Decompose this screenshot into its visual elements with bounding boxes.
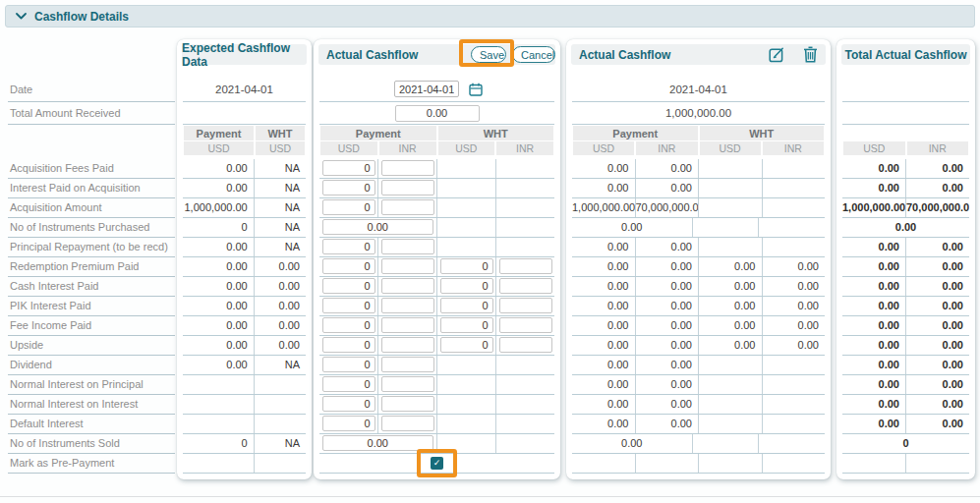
value-cell: 0.00 — [255, 277, 306, 296]
value-cell — [763, 198, 826, 217]
cashflow-value-input[interactable] — [381, 376, 434, 392]
cashflow-value-input[interactable] — [322, 160, 375, 176]
cashflow-value-input[interactable] — [440, 278, 493, 294]
value-cell: 0.00 — [572, 375, 636, 394]
cashflow-value-input[interactable] — [322, 219, 434, 235]
row-label: No of Instruments Sold — [8, 434, 175, 454]
cashflow-value-input[interactable] — [381, 416, 434, 431]
cashflow-value-input[interactable] — [322, 180, 375, 196]
panel-title-text: Expected Cashflow Data — [182, 41, 307, 69]
save-button[interactable]: Save — [471, 46, 506, 63]
input-cell — [437, 257, 496, 276]
value-cell — [699, 454, 763, 473]
value-cell: 0.00 — [906, 297, 969, 315]
date-input[interactable] — [394, 81, 459, 97]
input-cell — [496, 415, 554, 433]
cashflow-value-input[interactable] — [381, 317, 434, 333]
data-row — [842, 454, 969, 474]
data-row — [319, 257, 554, 277]
cashflow-value-input[interactable] — [381, 239, 434, 254]
value-cell: 0.00 — [699, 297, 763, 315]
cashflow-value-input[interactable] — [499, 298, 552, 313]
value-cell: 0.00 — [906, 257, 969, 276]
cashflow-value-input[interactable] — [499, 337, 552, 353]
value-cell — [693, 218, 760, 237]
cashflow-value-input[interactable] — [381, 258, 434, 274]
data-row: 0.000.00 — [842, 316, 969, 336]
cashflow-value-input[interactable] — [322, 357, 375, 372]
cashflow-value-input[interactable] — [322, 376, 375, 392]
pre-payment-checkbox[interactable]: ✓ — [431, 457, 443, 470]
cashflow-value-input[interactable] — [322, 258, 375, 274]
input-cell — [319, 257, 378, 276]
value-cell — [693, 434, 760, 453]
cashflow-value-input[interactable] — [322, 337, 375, 353]
value-cell: NA — [255, 434, 306, 453]
value-cell: 0.00 — [842, 375, 906, 394]
cashflow-value-input[interactable] — [381, 199, 434, 215]
cashflow-value-input[interactable] — [381, 180, 434, 196]
cashflow-details-section-header[interactable]: Cashflow Details — [5, 5, 975, 28]
input-cell-span — [319, 218, 437, 237]
cashflow-value-input[interactable] — [322, 317, 375, 333]
data-row — [319, 297, 554, 316]
column-group-header: Payment — [573, 126, 698, 140]
cashflow-value-input[interactable] — [322, 396, 375, 412]
cashflow-value-input[interactable] — [381, 396, 434, 412]
cashflow-value-input[interactable] — [381, 337, 434, 353]
edit-icon[interactable] — [767, 45, 786, 64]
data-row — [319, 316, 554, 336]
data-row: 1,000,000.0070,000,000.00 — [842, 198, 969, 218]
panel-title: Expected Cashflow Data — [182, 44, 307, 65]
input-cell — [437, 179, 496, 197]
value-cell — [763, 159, 826, 178]
input-cell — [319, 159, 378, 178]
column-unit-header: USD — [184, 141, 254, 155]
cashflow-value-input[interactable] — [440, 337, 493, 353]
value-cell: 0.00 — [906, 277, 969, 296]
value-cell — [255, 395, 306, 414]
cancel-button[interactable]: Cancel — [512, 46, 555, 63]
cashflow-value-input[interactable] — [440, 317, 493, 333]
cashflow-value-input[interactable] — [381, 278, 434, 294]
cashflow-value-input[interactable] — [322, 298, 375, 313]
cashflow-value-input[interactable] — [499, 317, 552, 333]
cashflow-value-input[interactable] — [322, 239, 375, 254]
cashflow-value-input[interactable] — [322, 435, 434, 451]
cashflow-value-input[interactable] — [440, 258, 493, 274]
cashflow-value-input[interactable] — [381, 357, 434, 372]
expected-cashflow-panel: Expected Cashflow Data 2021-04-01 Paymen… — [177, 39, 312, 479]
data-row: 0 — [842, 434, 969, 454]
column-group-header: WHT — [700, 126, 825, 140]
cashflow-value-input[interactable] — [322, 199, 375, 215]
value-cell: 0.00 — [572, 159, 636, 178]
total-amount-input[interactable] — [395, 105, 480, 122]
data-row: 0.000.00 — [572, 179, 825, 198]
cashflow-value-input[interactable] — [499, 258, 552, 274]
cashflow-value-input[interactable] — [322, 416, 375, 431]
input-cell — [496, 218, 554, 237]
cashflow-value-input[interactable] — [322, 278, 375, 294]
trash-icon[interactable] — [800, 45, 820, 64]
cashflow-value-input[interactable] — [381, 160, 434, 176]
expected-total-value — [183, 102, 306, 125]
value-cell: 0.00 — [842, 257, 906, 276]
data-row — [319, 179, 554, 198]
value-cell: 0 — [183, 218, 255, 237]
cashflow-value-input[interactable] — [381, 298, 434, 313]
value-cell: NA — [255, 238, 306, 256]
input-cell — [319, 415, 378, 433]
calendar-icon[interactable] — [469, 83, 483, 96]
panel-title-text: Actual Cashflow — [579, 48, 670, 62]
value-cell — [699, 198, 763, 217]
data-row: 0.00NA — [183, 179, 306, 198]
input-cell — [496, 395, 554, 414]
value-cell — [763, 395, 826, 414]
value-cell: 0.00 — [572, 277, 636, 296]
data-row: 0.000.00 — [842, 297, 969, 316]
value-cell: 0.00 — [636, 336, 700, 355]
cashflow-value-input[interactable] — [499, 278, 552, 294]
data-row — [319, 434, 554, 454]
value-cell: 0.00 — [842, 415, 906, 433]
cashflow-value-input[interactable] — [440, 298, 493, 313]
